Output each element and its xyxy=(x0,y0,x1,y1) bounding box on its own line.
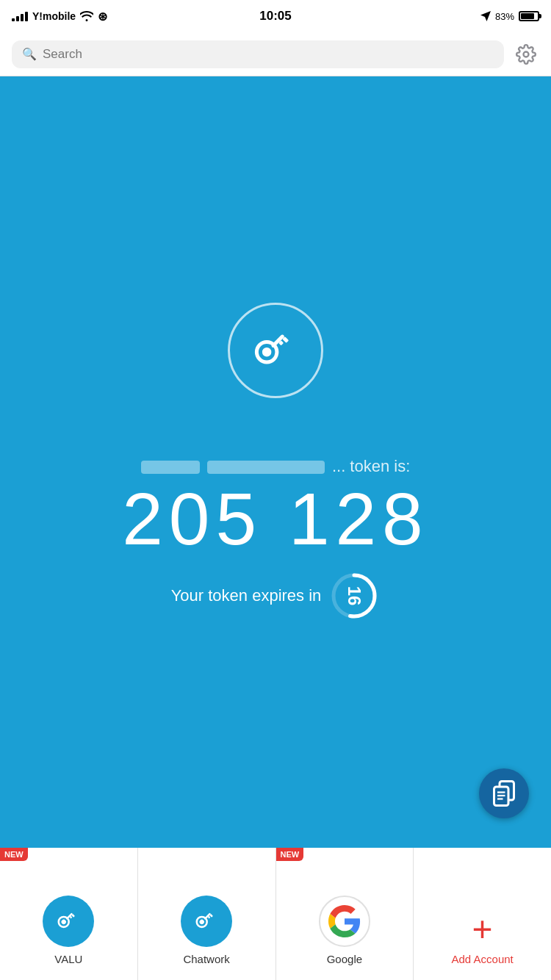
status-left: Y!mobile ⊛ xyxy=(12,10,107,24)
signal-bar-1 xyxy=(12,18,15,21)
account-tab-google[interactable]: NEW Google xyxy=(276,848,414,980)
search-bar: 🔍 xyxy=(0,32,551,76)
battery-percent: 83% xyxy=(495,11,514,22)
countdown-circle: 16 xyxy=(328,570,380,621)
google-g-logo xyxy=(328,905,361,937)
new-badge-valu: NEW xyxy=(0,848,28,861)
svg-rect-20 xyxy=(204,912,212,920)
search-input-container[interactable]: 🔍 xyxy=(12,40,504,68)
signal-bar-3 xyxy=(21,14,24,21)
battery-fill xyxy=(521,13,534,19)
token-label: ... token is: xyxy=(141,457,411,476)
carrier-name: Y!mobile xyxy=(32,10,76,22)
account-icon-valu xyxy=(43,896,94,947)
wifi-icon xyxy=(80,11,93,21)
expires-row: Your token expires in 16 xyxy=(171,570,381,621)
add-account-label[interactable]: Add Account xyxy=(452,953,514,965)
plus-icon: + xyxy=(472,912,493,947)
account-label-chatwork: Chatwork xyxy=(183,953,229,965)
account-tab-chatwork[interactable]: Chatwork xyxy=(138,848,276,980)
signal-bar-2 xyxy=(16,16,19,21)
status-right: 83% xyxy=(480,11,539,22)
search-magnifier-icon: 🔍 xyxy=(22,47,37,61)
add-account-tab[interactable]: + Add Account xyxy=(414,848,551,980)
status-bar: Y!mobile ⊛ 10:05 83% xyxy=(0,0,551,32)
svg-point-2 xyxy=(260,345,273,359)
signal-bar-4 xyxy=(25,12,28,21)
signal-bars xyxy=(12,11,28,21)
svg-point-19 xyxy=(198,918,205,925)
account-label-valu: VALU xyxy=(54,953,82,965)
gear-icon xyxy=(516,44,536,65)
blurred-text-1 xyxy=(141,461,200,474)
token-number[interactable]: 205 128 xyxy=(122,482,428,555)
svg-point-14 xyxy=(61,918,68,925)
key-icon-chatwork xyxy=(192,907,220,935)
svg-point-0 xyxy=(524,51,529,57)
account-label-google: Google xyxy=(327,953,362,965)
settings-button[interactable] xyxy=(513,41,539,68)
battery-icon xyxy=(519,11,539,21)
copy-icon xyxy=(491,780,517,807)
blurred-text-2 xyxy=(207,461,325,474)
bottom-tabs: NEW VALU xyxy=(0,848,551,980)
svg-rect-15 xyxy=(66,912,73,920)
location-icon xyxy=(480,11,491,21)
account-icon-chatwork xyxy=(181,896,232,947)
main-content: ... token is: 205 128 Your token expires… xyxy=(0,76,551,848)
copy-button[interactable] xyxy=(479,768,529,818)
key-icon-valu xyxy=(54,907,82,935)
account-icon-google xyxy=(319,896,370,947)
search-input[interactable] xyxy=(43,47,494,62)
account-tab-valu[interactable]: NEW VALU xyxy=(0,848,138,980)
countdown-number: 16 xyxy=(344,586,364,606)
key-icon xyxy=(248,323,303,378)
new-badge-google: NEW xyxy=(276,848,304,861)
expires-label: Your token expires in xyxy=(171,586,322,605)
svg-rect-3 xyxy=(270,334,284,347)
status-time: 10:05 xyxy=(259,9,291,24)
token-is-text: ... token is: xyxy=(332,457,410,475)
key-icon-circle xyxy=(228,303,323,398)
loading-indicator: ⊛ xyxy=(98,10,107,24)
